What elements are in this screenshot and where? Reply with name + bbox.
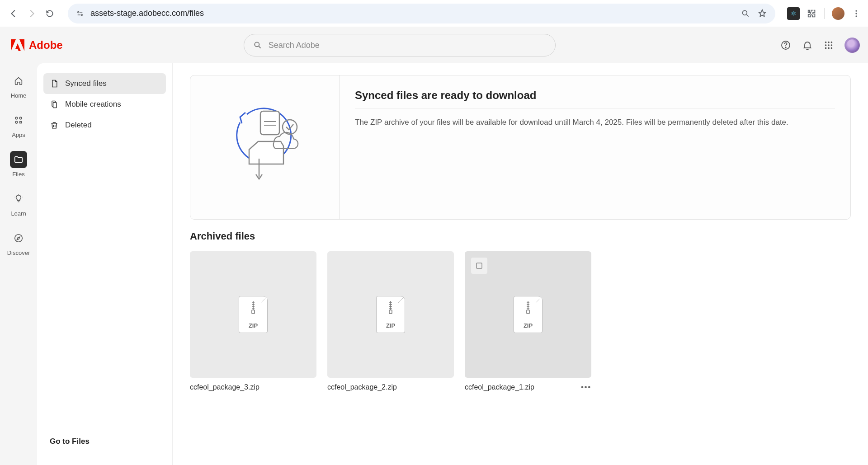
side-nav: Synced files Mobile creations Deleted Go… [37, 63, 173, 465]
content-area: Synced files are ready to download The Z… [173, 63, 868, 465]
browser-forward-button[interactable] [25, 7, 38, 20]
svg-point-1 [81, 14, 82, 15]
adobe-logo-icon [11, 39, 24, 51]
rail-item-home[interactable]: Home [10, 72, 27, 99]
svg-rect-26 [252, 310, 255, 314]
home-icon [10, 72, 27, 89]
file-thumbnail[interactable]: ZIP [465, 251, 591, 378]
browser-url-bar[interactable]: assets-stage.adobecc.com/files [68, 4, 775, 23]
svg-point-12 [825, 44, 827, 46]
brand-name: Adobe [29, 39, 63, 52]
file-thumbnail[interactable]: ZIP [327, 251, 454, 378]
zip-file-icon: ZIP [376, 296, 405, 333]
banner-description: The ZIP archive of your files will be av… [355, 117, 835, 128]
site-settings-icon[interactable] [76, 9, 84, 18]
svg-point-5 [855, 15, 857, 17]
file-card[interactable]: ZIP ccfeol_package_2.zip [327, 251, 454, 391]
file-thumbnail[interactable]: ZIP [190, 251, 316, 378]
browser-profile-avatar[interactable] [832, 7, 844, 20]
file-name: ccfeol_package_2.zip [327, 383, 397, 391]
app-root: Adobe Home Apps F [0, 27, 868, 465]
lightbulb-icon [10, 190, 27, 207]
file-name: ccfeol_package_3.zip [190, 383, 259, 391]
svg-point-3 [855, 10, 857, 11]
search-box[interactable] [244, 34, 556, 56]
divider [355, 108, 835, 108]
banner-illustration [190, 75, 340, 219]
sidenav-label: Deleted [65, 121, 92, 130]
file-card[interactable]: ZIP ccfeol_package_3.zip [190, 251, 316, 391]
svg-point-14 [831, 44, 833, 46]
file-type-label: ZIP [524, 322, 533, 329]
notifications-bell-icon[interactable] [802, 40, 813, 51]
rail-label: Files [12, 171, 24, 178]
user-avatar[interactable] [844, 38, 860, 53]
mobile-creations-icon [50, 100, 59, 109]
rail-item-files[interactable]: Files [10, 151, 27, 178]
svg-point-6 [255, 42, 259, 47]
svg-point-20 [15, 121, 18, 123]
browser-kebab-menu-icon[interactable] [852, 9, 861, 18]
rail-label: Apps [12, 132, 25, 138]
zoom-icon[interactable] [741, 9, 750, 18]
sidenav-label: Mobile creations [65, 100, 121, 109]
rail-label: Home [11, 92, 27, 99]
more-actions-icon[interactable]: ••• [581, 383, 591, 391]
svg-point-15 [825, 47, 827, 49]
app-header: Adobe [0, 27, 868, 63]
rail-item-discover[interactable]: Discover [7, 230, 30, 256]
info-banner: Synced files are ready to download The Z… [190, 75, 851, 220]
svg-rect-28 [476, 263, 482, 268]
sidenav-item-mobile[interactable]: Mobile creations [43, 94, 166, 115]
react-devtools-extension-icon[interactable]: ⚛ [787, 7, 800, 20]
zip-file-icon: ZIP [239, 296, 268, 333]
svg-point-16 [828, 47, 830, 49]
banner-title: Synced files are ready to download [355, 89, 835, 102]
help-icon[interactable] [780, 40, 791, 51]
divider [824, 8, 825, 19]
search-input[interactable] [269, 41, 546, 50]
svg-point-9 [825, 42, 827, 43]
main-panel: Synced files Mobile creations Deleted Go… [37, 63, 868, 465]
svg-point-19 [19, 117, 22, 119]
browser-url-text: assets-stage.adobecc.com/files [90, 9, 204, 18]
svg-point-2 [742, 10, 747, 15]
svg-rect-29 [527, 310, 529, 314]
sidenav-item-synced[interactable]: Synced files [43, 73, 166, 94]
apps-icon [10, 112, 27, 129]
svg-point-11 [831, 42, 833, 43]
folder-icon [10, 151, 27, 168]
file-type-label: ZIP [249, 322, 258, 329]
left-rail: Home Apps Files Learn Discover [0, 63, 37, 465]
svg-point-18 [15, 117, 18, 119]
rail-item-learn[interactable]: Learn [10, 190, 27, 217]
app-switcher-grid-icon[interactable] [824, 40, 834, 50]
svg-point-0 [78, 11, 79, 13]
svg-rect-23 [53, 103, 57, 108]
svg-point-21 [15, 235, 23, 242]
search-icon [253, 41, 262, 50]
extensions-puzzle-icon[interactable] [807, 9, 817, 19]
browser-chrome: assets-stage.adobecc.com/files ⚛ [0, 0, 868, 27]
compass-icon [10, 230, 27, 247]
svg-point-4 [855, 13, 857, 14]
select-checkbox[interactable] [471, 258, 487, 274]
svg-rect-24 [260, 111, 279, 135]
bookmark-star-icon[interactable] [757, 9, 767, 19]
sidenav-item-deleted[interactable]: Deleted [43, 115, 166, 136]
svg-point-13 [828, 44, 830, 46]
file-grid: ZIP ccfeol_package_3.zip ZIP [190, 251, 851, 391]
file-name: ccfeol_package_1.zip [465, 383, 534, 391]
browser-back-button[interactable] [7, 7, 20, 20]
brand[interactable]: Adobe [11, 39, 63, 52]
rail-label: Discover [7, 249, 30, 256]
rail-item-apps[interactable]: Apps [10, 112, 27, 138]
svg-point-10 [828, 42, 830, 43]
rail-label: Learn [11, 210, 26, 217]
file-icon [50, 79, 59, 88]
browser-reload-button[interactable] [43, 7, 56, 20]
svg-rect-27 [389, 310, 392, 314]
file-card[interactable]: ZIP ccfeol_package_1.zip ••• [465, 251, 591, 391]
trash-icon [50, 121, 59, 130]
go-to-files-link[interactable]: Go to Files [43, 437, 166, 455]
